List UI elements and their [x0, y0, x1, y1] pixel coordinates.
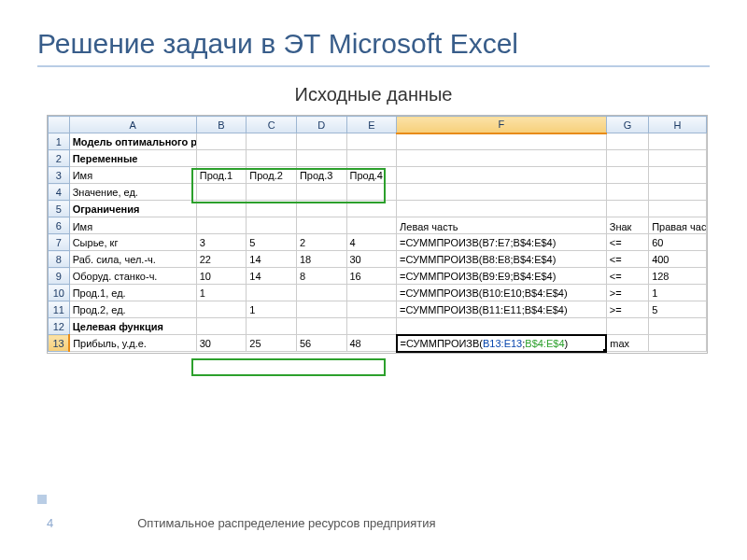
cell[interactable]: 400: [649, 251, 707, 268]
row-header-4[interactable]: 4: [49, 184, 70, 201]
cell[interactable]: 1: [649, 285, 707, 301]
cell[interactable]: =СУММПРОИЗВ(B8:E8;B$4:E$4): [397, 251, 607, 268]
col-header-D[interactable]: D: [296, 117, 346, 133]
cell[interactable]: [296, 318, 346, 335]
cell[interactable]: 5: [649, 301, 707, 318]
cell[interactable]: [196, 201, 247, 217]
row-header-10[interactable]: 10: [49, 285, 70, 301]
cell[interactable]: [397, 318, 607, 335]
cell[interactable]: [296, 301, 346, 318]
cell[interactable]: [606, 150, 648, 167]
row-header-6[interactable]: 6: [49, 217, 70, 234]
row-header-2[interactable]: 2: [49, 150, 70, 167]
cell[interactable]: Прод.1, ед.: [69, 285, 196, 301]
cell[interactable]: <=: [606, 234, 648, 251]
cell[interactable]: [606, 318, 648, 335]
cell[interactable]: 5: [247, 234, 297, 251]
cell[interactable]: =СУММПРОИЗВ(B7:E7;B$4:E$4): [397, 234, 607, 251]
cell[interactable]: Знак: [606, 217, 648, 234]
cell[interactable]: [346, 217, 397, 234]
cell[interactable]: Правая часть: [649, 217, 707, 234]
cell[interactable]: [296, 184, 346, 201]
col-header-H[interactable]: H: [649, 117, 707, 133]
cell[interactable]: >=: [606, 301, 648, 318]
cell[interactable]: Сырье, кг: [69, 234, 196, 251]
cell[interactable]: Ограничения: [69, 201, 196, 217]
cell[interactable]: 2: [296, 234, 346, 251]
col-header-E[interactable]: E: [346, 117, 397, 133]
cell[interactable]: Переменные: [69, 150, 196, 167]
col-header-C[interactable]: C: [247, 117, 297, 133]
column-headers[interactable]: A B C D E F G H: [49, 117, 707, 133]
cell[interactable]: [196, 133, 247, 150]
row-header-9[interactable]: 9: [49, 268, 70, 285]
cell[interactable]: [606, 167, 648, 184]
cell[interactable]: [247, 184, 297, 201]
cell[interactable]: [196, 150, 247, 167]
cell[interactable]: [606, 133, 648, 150]
row-header-3[interactable]: 3: [49, 167, 70, 184]
table-row[interactable]: 11Прод.2, ед.1=СУММПРОИЗВ(B11:E11;B$4:E$…: [49, 301, 707, 318]
cell[interactable]: Раб. сила, чел.-ч.: [69, 251, 196, 268]
cell[interactable]: Имя: [69, 217, 196, 234]
table-row[interactable]: 6ИмяЛевая частьЗнакПравая часть: [49, 217, 707, 234]
cell[interactable]: [649, 318, 707, 335]
cell[interactable]: [606, 201, 648, 217]
cell[interactable]: >=: [606, 285, 648, 301]
cell[interactable]: [296, 133, 346, 150]
cell[interactable]: [296, 217, 346, 234]
table-row[interactable]: 12Целевая функция: [49, 318, 707, 335]
cell[interactable]: [397, 167, 607, 184]
spreadsheet-table[interactable]: A B C D E F G H 1Модель оптимального рас…: [48, 116, 707, 353]
cell[interactable]: Прод.3: [296, 167, 346, 184]
cell[interactable]: [196, 217, 247, 234]
table-row[interactable]: 13Прибыль, у.д.е.30255648=СУММПРОИЗВ(B13…: [49, 335, 707, 352]
cell[interactable]: 4: [346, 234, 397, 251]
col-header-G[interactable]: G: [606, 117, 648, 133]
table-row[interactable]: 10Прод.1, ед.1=СУММПРОИЗВ(B10:E10;B$4:E$…: [49, 285, 707, 301]
cell[interactable]: Оборуд. станко-ч.: [69, 268, 196, 285]
col-header-B[interactable]: B: [196, 117, 247, 133]
cell[interactable]: 1: [196, 285, 247, 301]
cell[interactable]: [397, 133, 607, 150]
cell[interactable]: Прод.2: [247, 167, 297, 184]
row-header-11[interactable]: 11: [49, 301, 70, 318]
cell[interactable]: [247, 285, 297, 301]
select-all-corner[interactable]: [49, 117, 70, 133]
cell[interactable]: [247, 133, 297, 150]
cell[interactable]: =СУММПРОИЗВ(B9:E9;B$4:E$4): [397, 268, 607, 285]
cell[interactable]: [649, 133, 707, 150]
cell[interactable]: [296, 285, 346, 301]
row-header-12[interactable]: 12: [49, 318, 70, 335]
cell[interactable]: 30: [196, 335, 247, 352]
cell[interactable]: [346, 285, 397, 301]
table-row[interactable]: 1Модель оптимального распределения ресур…: [49, 133, 707, 150]
cell[interactable]: [649, 150, 707, 167]
cell[interactable]: [247, 150, 297, 167]
cell[interactable]: 16: [346, 268, 397, 285]
cell[interactable]: 22: [196, 251, 247, 268]
cell[interactable]: 60: [649, 234, 707, 251]
table-row[interactable]: 3ИмяПрод.1Прод.2Прод.3Прод.4: [49, 167, 707, 184]
cell[interactable]: 128: [649, 268, 707, 285]
cell[interactable]: [606, 184, 648, 201]
cell[interactable]: 30: [346, 251, 397, 268]
cell[interactable]: [296, 201, 346, 217]
cell[interactable]: 18: [296, 251, 346, 268]
cell[interactable]: Модель оптимального распределения ресурс…: [69, 133, 196, 150]
cell[interactable]: =СУММПРОИЗВ(B10:E10;B$4:E$4): [397, 285, 607, 301]
cell[interactable]: [247, 217, 297, 234]
cell[interactable]: 25: [247, 335, 297, 352]
cell[interactable]: <=: [606, 268, 648, 285]
table-row[interactable]: 7Сырье, кг3524=СУММПРОИЗВ(B7:E7;B$4:E$4)…: [49, 234, 707, 251]
cell[interactable]: 10: [196, 268, 247, 285]
cell[interactable]: Прод.2, ед.: [69, 301, 196, 318]
table-row[interactable]: 5Ограничения: [49, 201, 707, 217]
cell[interactable]: Прибыль, у.д.е.: [69, 335, 196, 352]
cell[interactable]: [397, 184, 607, 201]
col-header-F[interactable]: F: [397, 117, 607, 133]
cell[interactable]: 3: [196, 234, 247, 251]
cell[interactable]: [649, 201, 707, 217]
cell[interactable]: Целевая функция: [69, 318, 196, 335]
table-row[interactable]: 9Оборуд. станко-ч.1014816=СУММПРОИЗВ(B9:…: [49, 268, 707, 285]
